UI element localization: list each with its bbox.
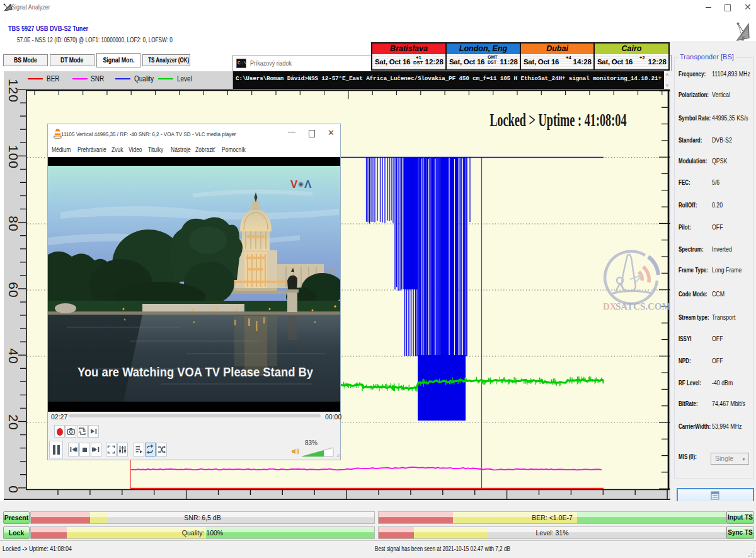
svg-text:DX: DX [603,301,617,311]
svg-text:V: V [290,178,298,190]
svg-text:Λ: Λ [304,178,312,190]
svg-text:∫∫: ∫∫ [741,35,745,41]
svg-text:B: B [83,429,86,433]
svg-text:A: A [79,430,82,434]
svg-text:SATCS.COM: SATCS.COM [616,301,670,311]
svg-text:You are Watching VOA TV Please: You are Watching VOA TV Please Stand By [77,364,314,379]
